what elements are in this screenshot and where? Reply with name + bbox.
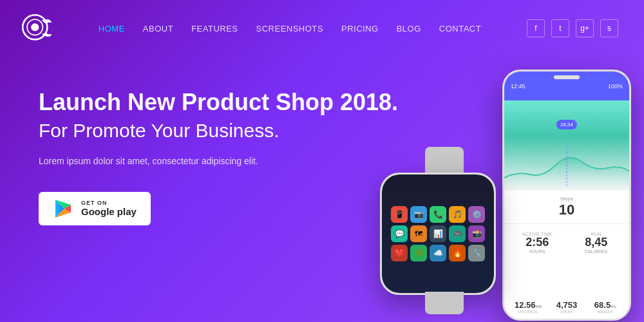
nav-home[interactable]: HOME [99,24,125,33]
hero-title-1: Launch New Product Shop 2018. [39,89,618,115]
nav-links: HOME ABOUT FEATURES SCREENSHOTS PRICING … [99,23,481,34]
google-play-label: Google play [81,206,137,218]
logo-icon [19,12,53,45]
twitter-icon[interactable]: t [551,19,569,37]
stat-active-time-value: 2:56 [512,236,563,249]
stat-run-value: 8,45 [571,236,622,249]
watch-app: 📸 [468,225,485,242]
nav-blog[interactable]: BLOG [397,24,421,33]
watch-app: ☁️ [430,245,446,261]
hero-section: Launch New Product Shop 2018. For Promot… [0,57,644,321]
watch-app: 🔧 [468,245,485,261]
hero-description: Lorem ipsum dolor sit amet, consectetur … [39,154,618,168]
watch-app: 💬 [391,225,408,242]
stat-active-time-unit: HOURS [512,249,563,254]
watch-app: 📊 [430,225,446,242]
stat-run-unit: CALORIES [571,249,622,254]
google-play-text: GET ON Google play [81,200,137,218]
stat-run: Run 8,45 CALORIES [567,228,626,294]
watch-app: 🔥 [449,245,466,261]
social-icons: f t g+ s [527,19,618,37]
watch-app: ❤️ [391,245,408,261]
watch-app: 🗺 [410,225,427,242]
stat-steps-value: 4,753 [548,300,585,310]
stat-active-time: Active time 2:56 HOURS [508,228,567,294]
stat-weight-label: Weight [587,310,624,314]
play-store-icon [53,198,73,219]
facebook-icon[interactable]: f [527,19,545,37]
svg-point-2 [31,23,39,31]
nav-features[interactable]: FEATURES [191,24,238,33]
nav-about[interactable]: ABOUT [143,24,173,33]
get-on-label: GET ON [81,200,108,206]
nav-contact[interactable]: CONTACT [439,24,481,33]
nav-screenshots[interactable]: SCREENSHOTS [256,24,323,33]
hero-title-2: For Promote Your Business. [39,119,618,142]
logo [19,12,53,45]
stat-weight: 68.5KG Weight [587,300,624,314]
google-plus-icon[interactable]: g+ [576,19,594,37]
phone-stats-bottom: 12.56KM Distance 4,753 Steps 68.5KG [504,298,629,319]
watch-app: 🌿 [410,245,427,261]
stat-weight-value: 68.5KG [587,300,624,310]
stat-steps: 4,753 Steps [548,300,585,314]
navigation: HOME ABOUT FEATURES SCREENSHOTS PRICING … [0,0,644,57]
watch-app: 🎮 [449,225,466,242]
stat-steps-label: Steps [548,310,585,314]
phone-stats-top: Active time 2:56 HOURS Run 8,45 CALORIES [504,224,629,298]
rss-icon[interactable]: s [600,19,618,37]
nav-pricing[interactable]: PRICING [341,24,379,33]
hero-text: Launch New Product Shop 2018. For Promot… [39,76,618,225]
google-play-button[interactable]: GET ON Google play [39,192,151,225]
watch-strap-bottom [425,292,464,314]
